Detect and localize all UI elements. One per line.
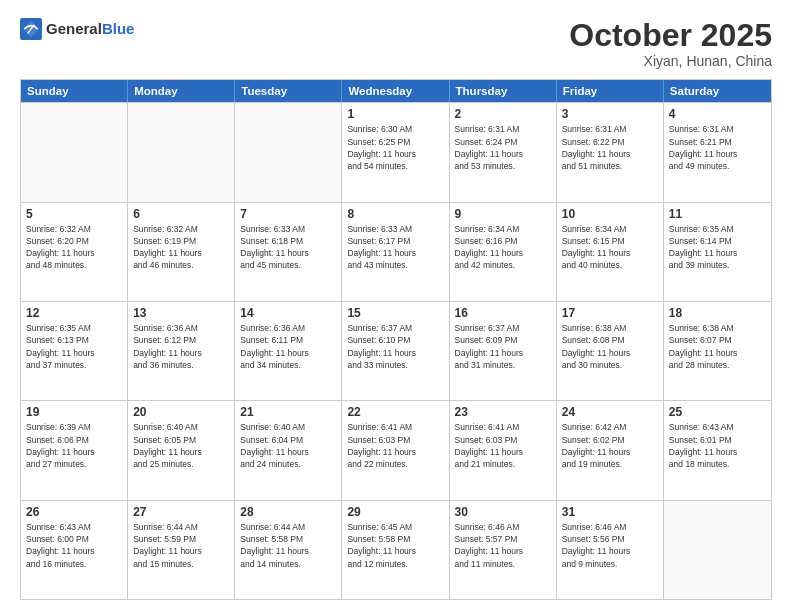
cell-sunrise: Sunrise: 6:34 AM <box>562 223 658 235</box>
cell-sunset: Sunset: 6:10 PM <box>347 334 443 346</box>
calendar-cell: 11Sunrise: 6:35 AMSunset: 6:14 PMDayligh… <box>664 203 771 301</box>
cell-sunset: Sunset: 6:22 PM <box>562 136 658 148</box>
cell-day-number: 12 <box>26 306 122 320</box>
cell-day-number: 1 <box>347 107 443 121</box>
calendar-cell: 22Sunrise: 6:41 AMSunset: 6:03 PMDayligh… <box>342 401 449 499</box>
cell-sunset: Sunset: 6:08 PM <box>562 334 658 346</box>
cell-daylight: Daylight: 11 hours <box>133 347 229 359</box>
calendar-cell: 12Sunrise: 6:35 AMSunset: 6:13 PMDayligh… <box>21 302 128 400</box>
calendar-cell: 23Sunrise: 6:41 AMSunset: 6:03 PMDayligh… <box>450 401 557 499</box>
cell-daylight: and 36 minutes. <box>133 359 229 371</box>
cell-daylight: and 28 minutes. <box>669 359 766 371</box>
cell-daylight: Daylight: 11 hours <box>669 247 766 259</box>
cell-daylight: Daylight: 11 hours <box>562 545 658 557</box>
cell-sunset: Sunset: 6:07 PM <box>669 334 766 346</box>
calendar: SundayMondayTuesdayWednesdayThursdayFrid… <box>20 79 772 600</box>
weekday-header-friday: Friday <box>557 80 664 102</box>
calendar-cell: 9Sunrise: 6:34 AMSunset: 6:16 PMDaylight… <box>450 203 557 301</box>
cell-sunset: Sunset: 6:24 PM <box>455 136 551 148</box>
calendar-cell: 21Sunrise: 6:40 AMSunset: 6:04 PMDayligh… <box>235 401 342 499</box>
cell-sunrise: Sunrise: 6:46 AM <box>455 521 551 533</box>
calendar-row-0: 1Sunrise: 6:30 AMSunset: 6:25 PMDaylight… <box>21 102 771 201</box>
cell-daylight: Daylight: 11 hours <box>347 446 443 458</box>
weekday-header-thursday: Thursday <box>450 80 557 102</box>
cell-daylight: Daylight: 11 hours <box>562 148 658 160</box>
cell-sunrise: Sunrise: 6:46 AM <box>562 521 658 533</box>
cell-daylight: and 9 minutes. <box>562 558 658 570</box>
cell-sunset: Sunset: 6:01 PM <box>669 434 766 446</box>
cell-day-number: 18 <box>669 306 766 320</box>
weekday-header-tuesday: Tuesday <box>235 80 342 102</box>
cell-day-number: 21 <box>240 405 336 419</box>
cell-sunrise: Sunrise: 6:34 AM <box>455 223 551 235</box>
calendar-cell: 18Sunrise: 6:38 AMSunset: 6:07 PMDayligh… <box>664 302 771 400</box>
cell-daylight: Daylight: 11 hours <box>26 247 122 259</box>
cell-sunrise: Sunrise: 6:39 AM <box>26 421 122 433</box>
calendar-body: 1Sunrise: 6:30 AMSunset: 6:25 PMDaylight… <box>21 102 771 599</box>
cell-day-number: 17 <box>562 306 658 320</box>
cell-daylight: and 24 minutes. <box>240 458 336 470</box>
calendar-cell: 14Sunrise: 6:36 AMSunset: 6:11 PMDayligh… <box>235 302 342 400</box>
month-title: October 2025 <box>569 18 772 53</box>
cell-sunrise: Sunrise: 6:38 AM <box>562 322 658 334</box>
cell-daylight: and 15 minutes. <box>133 558 229 570</box>
cell-daylight: Daylight: 11 hours <box>133 545 229 557</box>
cell-sunset: Sunset: 6:25 PM <box>347 136 443 148</box>
cell-daylight: and 22 minutes. <box>347 458 443 470</box>
calendar-cell: 5Sunrise: 6:32 AMSunset: 6:20 PMDaylight… <box>21 203 128 301</box>
cell-daylight: Daylight: 11 hours <box>240 347 336 359</box>
calendar-cell: 28Sunrise: 6:44 AMSunset: 5:58 PMDayligh… <box>235 501 342 599</box>
cell-daylight: Daylight: 11 hours <box>240 545 336 557</box>
cell-daylight: and 21 minutes. <box>455 458 551 470</box>
cell-daylight: Daylight: 11 hours <box>26 347 122 359</box>
calendar-cell: 4Sunrise: 6:31 AMSunset: 6:21 PMDaylight… <box>664 103 771 201</box>
weekday-header-monday: Monday <box>128 80 235 102</box>
cell-day-number: 3 <box>562 107 658 121</box>
logo-icon <box>20 18 42 40</box>
calendar-cell: 10Sunrise: 6:34 AMSunset: 6:15 PMDayligh… <box>557 203 664 301</box>
cell-daylight: Daylight: 11 hours <box>562 247 658 259</box>
cell-day-number: 4 <box>669 107 766 121</box>
cell-day-number: 7 <box>240 207 336 221</box>
cell-daylight: and 40 minutes. <box>562 259 658 271</box>
cell-sunrise: Sunrise: 6:35 AM <box>26 322 122 334</box>
cell-daylight: Daylight: 11 hours <box>347 545 443 557</box>
cell-sunrise: Sunrise: 6:44 AM <box>240 521 336 533</box>
calendar-row-1: 5Sunrise: 6:32 AMSunset: 6:20 PMDaylight… <box>21 202 771 301</box>
calendar-cell: 3Sunrise: 6:31 AMSunset: 6:22 PMDaylight… <box>557 103 664 201</box>
cell-daylight: and 53 minutes. <box>455 160 551 172</box>
cell-sunrise: Sunrise: 6:37 AM <box>455 322 551 334</box>
cell-day-number: 9 <box>455 207 551 221</box>
cell-daylight: and 18 minutes. <box>669 458 766 470</box>
calendar-cell: 13Sunrise: 6:36 AMSunset: 6:12 PMDayligh… <box>128 302 235 400</box>
calendar-cell: 7Sunrise: 6:33 AMSunset: 6:18 PMDaylight… <box>235 203 342 301</box>
cell-sunrise: Sunrise: 6:36 AM <box>240 322 336 334</box>
cell-sunrise: Sunrise: 6:31 AM <box>455 123 551 135</box>
cell-sunset: Sunset: 6:02 PM <box>562 434 658 446</box>
cell-day-number: 16 <box>455 306 551 320</box>
calendar-cell: 31Sunrise: 6:46 AMSunset: 5:56 PMDayligh… <box>557 501 664 599</box>
cell-daylight: and 34 minutes. <box>240 359 336 371</box>
cell-daylight: and 51 minutes. <box>562 160 658 172</box>
cell-daylight: and 39 minutes. <box>669 259 766 271</box>
cell-day-number: 13 <box>133 306 229 320</box>
logo: GeneralBlue <box>20 18 134 40</box>
calendar-cell: 1Sunrise: 6:30 AMSunset: 6:25 PMDaylight… <box>342 103 449 201</box>
cell-daylight: Daylight: 11 hours <box>669 148 766 160</box>
weekday-header-wednesday: Wednesday <box>342 80 449 102</box>
cell-day-number: 14 <box>240 306 336 320</box>
cell-day-number: 27 <box>133 505 229 519</box>
cell-daylight: Daylight: 11 hours <box>347 247 443 259</box>
logo-blue: Blue <box>102 20 135 37</box>
cell-sunset: Sunset: 5:58 PM <box>347 533 443 545</box>
cell-daylight: Daylight: 11 hours <box>240 446 336 458</box>
cell-sunrise: Sunrise: 6:45 AM <box>347 521 443 533</box>
cell-day-number: 26 <box>26 505 122 519</box>
cell-day-number: 29 <box>347 505 443 519</box>
calendar-cell: 27Sunrise: 6:44 AMSunset: 5:59 PMDayligh… <box>128 501 235 599</box>
cell-sunrise: Sunrise: 6:42 AM <box>562 421 658 433</box>
calendar-cell: 26Sunrise: 6:43 AMSunset: 6:00 PMDayligh… <box>21 501 128 599</box>
calendar-cell: 25Sunrise: 6:43 AMSunset: 6:01 PMDayligh… <box>664 401 771 499</box>
cell-daylight: Daylight: 11 hours <box>669 347 766 359</box>
cell-daylight: Daylight: 11 hours <box>347 347 443 359</box>
